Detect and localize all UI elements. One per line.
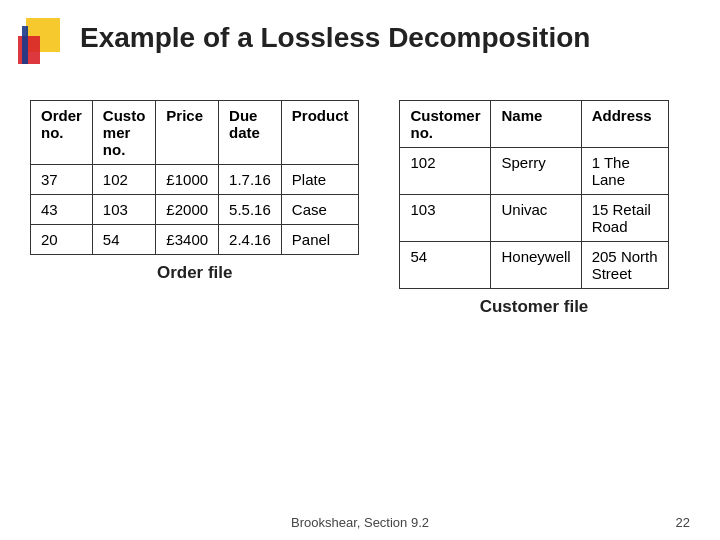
order-row2-due: 5.5.16 xyxy=(219,195,282,225)
order-table-col-product: Product xyxy=(281,101,359,165)
order-table-col-order: Orderno. xyxy=(31,101,93,165)
cust-table-col-name: Name xyxy=(491,101,581,148)
order-row2-price: £2000 xyxy=(156,195,219,225)
customer-table: Customerno. Name Address 102 Sperry 1 Th… xyxy=(399,100,668,289)
order-table-row-2: 43 103 £2000 5.5.16 Case xyxy=(31,195,359,225)
order-row2-custno: 103 xyxy=(92,195,156,225)
order-table-col-customer: Customerno. xyxy=(92,101,156,165)
cust-row2-name: Univac xyxy=(491,195,581,242)
order-table-col-due: Duedate xyxy=(219,101,282,165)
cust-row2-address: 15 RetailRoad xyxy=(581,195,668,242)
page-title: Example of a Lossless Decomposition xyxy=(80,22,590,54)
cust-row3-name: Honeywell xyxy=(491,242,581,289)
order-table-section: Orderno. Customerno. Price Duedate Produ… xyxy=(30,100,359,283)
order-row2-orderno: 43 xyxy=(31,195,93,225)
order-table-row-3: 20 54 £3400 2.4.16 Panel xyxy=(31,225,359,255)
order-row2-product: Case xyxy=(281,195,359,225)
order-table-row-1: 37 102 £1000 1.7.16 Plate xyxy=(31,165,359,195)
decorative-blocks xyxy=(18,18,70,70)
order-row1-product: Plate xyxy=(281,165,359,195)
order-row1-orderno: 37 xyxy=(31,165,93,195)
order-row3-due: 2.4.16 xyxy=(219,225,282,255)
order-row1-price: £1000 xyxy=(156,165,219,195)
order-row3-price: £3400 xyxy=(156,225,219,255)
cust-table-col-no: Customerno. xyxy=(400,101,491,148)
order-table-label: Order file xyxy=(157,263,233,283)
customer-table-label: Customer file xyxy=(480,297,589,317)
order-row3-product: Panel xyxy=(281,225,359,255)
cust-row2-no: 103 xyxy=(400,195,491,242)
cust-row3-address: 205 NorthStreet xyxy=(581,242,668,289)
order-row3-custno: 54 xyxy=(92,225,156,255)
order-row1-custno: 102 xyxy=(92,165,156,195)
order-table-col-price: Price xyxy=(156,101,219,165)
customer-table-section: Customerno. Name Address 102 Sperry 1 Th… xyxy=(399,100,668,317)
cust-row1-no: 102 xyxy=(400,148,491,195)
cust-table-row-2: 103 Univac 15 RetailRoad xyxy=(400,195,668,242)
order-row1-due: 1.7.16 xyxy=(219,165,282,195)
cust-table-row-3: 54 Honeywell 205 NorthStreet xyxy=(400,242,668,289)
cust-table-col-address: Address xyxy=(581,101,668,148)
order-row3-orderno: 20 xyxy=(31,225,93,255)
cust-table-row-1: 102 Sperry 1 TheLane xyxy=(400,148,668,195)
deco-blue xyxy=(22,26,28,64)
cust-row3-no: 54 xyxy=(400,242,491,289)
footer-citation: Brookshear, Section 9.2 xyxy=(291,515,429,530)
footer-page-number: 22 xyxy=(676,515,690,530)
order-table: Orderno. Customerno. Price Duedate Produ… xyxy=(30,100,359,255)
cust-row1-address: 1 TheLane xyxy=(581,148,668,195)
cust-row1-name: Sperry xyxy=(491,148,581,195)
